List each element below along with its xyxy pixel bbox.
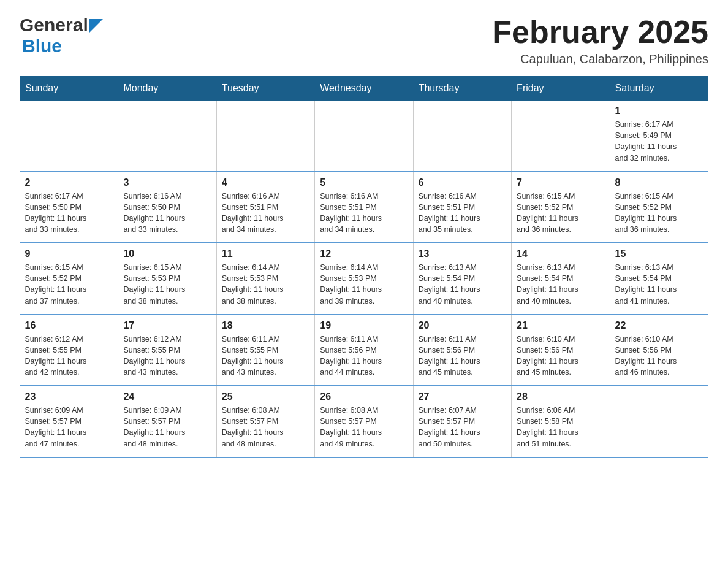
day-number: 7 [517,177,604,188]
day-info: Sunrise: 6:10 AM Sunset: 5:56 PM Dayligh… [517,334,604,378]
day-number: 1 [615,105,703,117]
calendar-cell: 27Sunrise: 6:07 AM Sunset: 5:57 PM Dayli… [413,386,511,458]
page-header: General Blue February 2025 Capuluan, Cal… [20,15,708,66]
logo-general-text: General [20,15,88,36]
calendar-cell: 18Sunrise: 6:11 AM Sunset: 5:55 PM Dayli… [216,315,314,386]
svg-marker-0 [89,19,103,33]
day-info: Sunrise: 6:13 AM Sunset: 5:54 PM Dayligh… [517,262,604,307]
calendar-cell: 14Sunrise: 6:13 AM Sunset: 5:54 PM Dayli… [512,243,610,315]
header-friday: Friday [512,77,610,101]
day-info: Sunrise: 6:09 AM Sunset: 5:57 PM Dayligh… [25,405,113,450]
day-number: 6 [419,177,506,188]
calendar-cell [512,101,610,172]
day-info: Sunrise: 6:17 AM Sunset: 5:49 PM Dayligh… [615,119,703,164]
calendar-cell: 1Sunrise: 6:17 AM Sunset: 5:49 PM Daylig… [610,101,708,172]
day-number: 10 [123,248,211,259]
day-number: 21 [517,320,604,331]
calendar-body: 1Sunrise: 6:17 AM Sunset: 5:49 PM Daylig… [20,101,708,458]
calendar-cell [413,101,511,172]
day-info: Sunrise: 6:06 AM Sunset: 5:58 PM Dayligh… [517,405,604,450]
calendar-cell: 13Sunrise: 6:13 AM Sunset: 5:54 PM Dayli… [413,243,511,315]
logo-arrow-icon [89,19,103,33]
day-number: 5 [320,177,408,188]
day-number: 8 [615,177,703,188]
day-number: 4 [222,177,309,188]
days-of-week-row: Sunday Monday Tuesday Wednesday Thursday… [20,77,708,101]
calendar-cell: 17Sunrise: 6:12 AM Sunset: 5:55 PM Dayli… [118,315,216,386]
day-info: Sunrise: 6:13 AM Sunset: 5:54 PM Dayligh… [419,262,506,307]
calendar-cell: 21Sunrise: 6:10 AM Sunset: 5:56 PM Dayli… [512,315,610,386]
day-number: 22 [615,320,703,331]
day-number: 14 [517,248,604,259]
header-tuesday: Tuesday [216,77,314,101]
calendar-cell: 3Sunrise: 6:16 AM Sunset: 5:50 PM Daylig… [118,172,216,243]
header-wednesday: Wednesday [315,77,413,101]
header-saturday: Saturday [610,77,708,101]
calendar-cell: 26Sunrise: 6:08 AM Sunset: 5:57 PM Dayli… [315,386,413,458]
day-info: Sunrise: 6:16 AM Sunset: 5:51 PM Dayligh… [419,191,506,236]
calendar-cell: 15Sunrise: 6:13 AM Sunset: 5:54 PM Dayli… [610,243,708,315]
header-thursday: Thursday [413,77,511,101]
day-number: 12 [320,248,408,259]
month-title: February 2025 [492,15,708,50]
calendar-cell: 6Sunrise: 6:16 AM Sunset: 5:51 PM Daylig… [413,172,511,243]
calendar-cell: 25Sunrise: 6:08 AM Sunset: 5:57 PM Dayli… [216,386,314,458]
title-section: February 2025 Capuluan, Calabarzon, Phil… [492,15,708,66]
calendar-cell: 12Sunrise: 6:14 AM Sunset: 5:53 PM Dayli… [315,243,413,315]
day-number: 11 [222,248,309,259]
day-number: 26 [320,391,408,402]
header-sunday: Sunday [20,77,118,101]
day-number: 18 [222,320,309,331]
calendar-cell: 28Sunrise: 6:06 AM Sunset: 5:58 PM Dayli… [512,386,610,458]
day-number: 27 [419,391,506,402]
day-number: 19 [320,320,408,331]
day-info: Sunrise: 6:09 AM Sunset: 5:57 PM Dayligh… [123,405,211,450]
day-info: Sunrise: 6:10 AM Sunset: 5:56 PM Dayligh… [615,334,703,378]
calendar-cell: 22Sunrise: 6:10 AM Sunset: 5:56 PM Dayli… [610,315,708,386]
day-number: 13 [419,248,506,259]
day-info: Sunrise: 6:11 AM Sunset: 5:55 PM Dayligh… [222,334,309,378]
day-number: 17 [123,320,211,331]
day-info: Sunrise: 6:15 AM Sunset: 5:52 PM Dayligh… [25,262,113,307]
day-info: Sunrise: 6:11 AM Sunset: 5:56 PM Dayligh… [419,334,506,378]
calendar-cell: 9Sunrise: 6:15 AM Sunset: 5:52 PM Daylig… [20,243,118,315]
calendar-cell [610,386,708,458]
day-info: Sunrise: 6:15 AM Sunset: 5:52 PM Dayligh… [517,191,604,236]
calendar-cell: 11Sunrise: 6:14 AM Sunset: 5:53 PM Dayli… [216,243,314,315]
day-number: 25 [222,391,309,402]
calendar-cell: 23Sunrise: 6:09 AM Sunset: 5:57 PM Dayli… [20,386,118,458]
calendar-cell [118,101,216,172]
day-number: 24 [123,391,211,402]
day-info: Sunrise: 6:12 AM Sunset: 5:55 PM Dayligh… [123,334,211,378]
calendar-cell: 8Sunrise: 6:15 AM Sunset: 5:52 PM Daylig… [610,172,708,243]
day-info: Sunrise: 6:16 AM Sunset: 5:50 PM Dayligh… [123,191,211,236]
calendar-cell: 5Sunrise: 6:16 AM Sunset: 5:51 PM Daylig… [315,172,413,243]
calendar-week-3: 9Sunrise: 6:15 AM Sunset: 5:52 PM Daylig… [20,243,708,315]
day-info: Sunrise: 6:15 AM Sunset: 5:52 PM Dayligh… [615,191,703,236]
calendar-cell: 4Sunrise: 6:16 AM Sunset: 5:51 PM Daylig… [216,172,314,243]
day-number: 9 [25,248,113,259]
day-info: Sunrise: 6:14 AM Sunset: 5:53 PM Dayligh… [320,262,408,307]
day-info: Sunrise: 6:17 AM Sunset: 5:50 PM Dayligh… [25,191,113,236]
day-number: 16 [25,320,113,331]
calendar-cell [216,101,314,172]
calendar-cell: 16Sunrise: 6:12 AM Sunset: 5:55 PM Dayli… [20,315,118,386]
calendar-cell: 10Sunrise: 6:15 AM Sunset: 5:53 PM Dayli… [118,243,216,315]
calendar-week-2: 2Sunrise: 6:17 AM Sunset: 5:50 PM Daylig… [20,172,708,243]
day-info: Sunrise: 6:16 AM Sunset: 5:51 PM Dayligh… [320,191,408,236]
day-info: Sunrise: 6:11 AM Sunset: 5:56 PM Dayligh… [320,334,408,378]
day-number: 23 [25,391,113,402]
calendar-table: Sunday Monday Tuesday Wednesday Thursday… [20,76,708,458]
calendar-cell [315,101,413,172]
calendar-week-4: 16Sunrise: 6:12 AM Sunset: 5:55 PM Dayli… [20,315,708,386]
day-info: Sunrise: 6:12 AM Sunset: 5:55 PM Dayligh… [25,334,113,378]
calendar-cell: 20Sunrise: 6:11 AM Sunset: 5:56 PM Dayli… [413,315,511,386]
day-number: 2 [25,177,113,188]
day-info: Sunrise: 6:15 AM Sunset: 5:53 PM Dayligh… [123,262,211,307]
day-info: Sunrise: 6:14 AM Sunset: 5:53 PM Dayligh… [222,262,309,307]
calendar-cell [20,101,118,172]
day-number: 3 [123,177,211,188]
day-number: 20 [419,320,506,331]
calendar-week-1: 1Sunrise: 6:17 AM Sunset: 5:49 PM Daylig… [20,101,708,172]
calendar-cell: 24Sunrise: 6:09 AM Sunset: 5:57 PM Dayli… [118,386,216,458]
